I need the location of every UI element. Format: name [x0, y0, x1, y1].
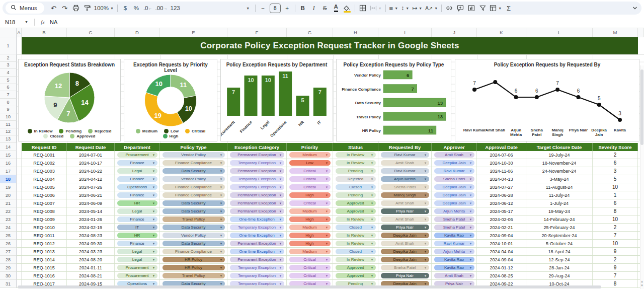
approver-dropdown[interactable]: Amit Shah▼ — [434, 152, 474, 158]
decrease-font-size-button[interactable]: − — [258, 3, 269, 14]
requested-by-dropdown[interactable]: Priya Nair▼ — [381, 273, 429, 278]
status-dropdown[interactable]: In Review▼ — [336, 233, 376, 238]
table-header-cell[interactable]: Approver — [432, 143, 477, 151]
department-dropdown[interactable]: HR▼ — [117, 233, 157, 238]
exception-category-dropdown[interactable]: Temporary Exception▼ — [230, 184, 284, 190]
row-header[interactable]: 23 — [0, 215, 17, 224]
increase-decimal-button[interactable]: .00→ — [153, 3, 169, 14]
policy-type-dropdown[interactable]: Finance Compliance▼ — [163, 192, 225, 198]
scrollbar-arrows[interactable]: ▲▼ — [640, 280, 643, 287]
policy-type-dropdown[interactable]: Travel Policy▼ — [163, 216, 225, 222]
approver-dropdown[interactable]: Kavita Rao▼ — [434, 257, 474, 262]
department-dropdown[interactable]: Legal▼ — [117, 257, 157, 262]
department-dropdown[interactable]: Finance▼ — [117, 176, 157, 182]
approver-dropdown[interactable]: Ravi Kumar▼ — [434, 241, 474, 246]
row-header[interactable]: 16 — [0, 159, 17, 167]
undo-button[interactable]: ↶ — [48, 3, 59, 14]
status-dropdown[interactable]: In Review▼ — [336, 257, 376, 262]
row-header[interactable]: 15 — [0, 151, 17, 159]
column-header[interactable]: J — [432, 28, 477, 37]
priority-dropdown[interactable]: Medium▼ — [289, 225, 331, 230]
priority-dropdown[interactable]: Critical▼ — [289, 257, 331, 262]
approver-dropdown[interactable]: Ravi Kumar▼ — [434, 168, 474, 174]
exception-category-dropdown[interactable]: Permanent Exception▼ — [230, 208, 284, 214]
column-header[interactable]: I — [378, 28, 432, 37]
approver-dropdown[interactable]: Sneha Patel▼ — [434, 176, 474, 182]
department-dropdown[interactable]: Finance▼ — [117, 192, 157, 198]
row-header[interactable]: 14 — [0, 143, 17, 151]
requested-by-dropdown[interactable]: Sneha Patel▼ — [381, 265, 429, 270]
paint-format-button[interactable] — [82, 3, 93, 14]
requested-by-dropdown[interactable]: Priya Nair▼ — [381, 208, 429, 214]
row-header[interactable]: 1 — [0, 37, 17, 54]
exception-category-dropdown[interactable]: One-time Exception▼ — [230, 249, 284, 254]
column-header[interactable]: F — [227, 28, 287, 37]
status-dropdown[interactable]: Approved▼ — [336, 208, 376, 214]
exception-category-dropdown[interactable]: Permanent Exception▼ — [230, 200, 284, 206]
table-header-cell[interactable]: Requested By — [378, 143, 432, 151]
priority-level-chart[interactable]: Exception Requests by Priority Level1110… — [124, 59, 217, 141]
text-color-button[interactable]: A — [331, 3, 342, 14]
functions-button[interactable]: Σ — [503, 3, 514, 14]
policy-type-dropdown[interactable]: Data Security▼ — [163, 241, 225, 246]
table-header-cell[interactable]: Target Closure Date — [526, 143, 593, 151]
select-all-corner[interactable] — [0, 28, 17, 37]
text-wrap-button[interactable]: ↦▼ — [411, 3, 424, 14]
approver-dropdown[interactable]: Deepika Jain▼ — [434, 184, 474, 190]
vertical-scrollbar[interactable] — [640, 65, 644, 289]
format-currency-button[interactable]: $ — [120, 3, 131, 14]
table-header-cell[interactable]: Department — [115, 143, 160, 151]
exception-category-dropdown[interactable]: Permanent Exception▼ — [230, 241, 284, 246]
format-percent-button[interactable]: % — [131, 3, 142, 14]
department-dropdown[interactable]: Legal▼ — [117, 208, 157, 214]
priority-dropdown[interactable]: Low▼ — [289, 160, 331, 166]
redo-button[interactable]: ↷ — [59, 3, 70, 14]
exception-category-dropdown[interactable]: One-time Exception▼ — [230, 233, 284, 238]
column-header[interactable]: E — [160, 28, 227, 37]
row-header[interactable]: 11 — [0, 121, 17, 128]
exception-category-dropdown[interactable]: Permanent Exception▼ — [230, 192, 284, 198]
status-dropdown[interactable]: In Review▼ — [336, 152, 376, 158]
approver-dropdown[interactable]: Deepika Jain▼ — [434, 192, 474, 198]
table-views-button[interactable]: ▼ — [488, 3, 503, 14]
status-dropdown[interactable]: In Review▼ — [336, 241, 376, 246]
column-header[interactable]: D — [115, 28, 160, 37]
policy-type-dropdown[interactable]: Finance Compliance▼ — [163, 184, 225, 190]
approver-dropdown[interactable]: Arjun Mehta▼ — [434, 208, 474, 214]
requested-by-dropdown[interactable]: Manoj Singh▼ — [381, 192, 429, 198]
merge-cells-button[interactable]: ▼ — [368, 3, 383, 14]
department-chart[interactable]: Policy Exception Requests by Department7… — [220, 59, 333, 141]
requested-by-dropdown[interactable]: Deepika Jain▼ — [381, 249, 429, 254]
priority-dropdown[interactable]: High▼ — [289, 233, 331, 238]
requested-by-dropdown[interactable]: Deepika Jain▼ — [381, 233, 429, 238]
department-dropdown[interactable]: Legal▼ — [117, 249, 157, 254]
row-header[interactable]: 10 — [0, 113, 17, 121]
policy-type-dropdown[interactable]: Data Security▼ — [163, 168, 225, 174]
status-dropdown[interactable]: In Review▼ — [336, 160, 376, 166]
table-header-cell[interactable]: Policy Type — [160, 143, 227, 151]
row-header[interactable]: 6 — [0, 84, 17, 92]
row-header[interactable]: 18 — [0, 175, 17, 183]
requested-by-dropdown[interactable]: Ravi Kumar▼ — [381, 168, 429, 174]
priority-dropdown[interactable]: Medium▼ — [289, 249, 331, 254]
department-dropdown[interactable]: Finance▼ — [117, 160, 157, 166]
policy-type-dropdown[interactable]: Data Security▼ — [163, 225, 225, 230]
policy-type-dropdown[interactable]: HR Policy▼ — [163, 265, 225, 270]
exception-category-dropdown[interactable]: Permanent Exception▼ — [230, 257, 284, 262]
priority-dropdown[interactable]: High▼ — [289, 192, 331, 198]
requested-by-chart[interactable]: Policy Exception Requests by Requested B… — [455, 59, 639, 141]
exception-category-dropdown[interactable]: Temporary Exception▼ — [230, 176, 284, 182]
name-box[interactable]: N18 ▼ — [0, 19, 31, 25]
font-family-menu[interactable]: ▼ — [242, 3, 253, 14]
status-dropdown[interactable]: Approved▼ — [336, 273, 376, 278]
policy-type-dropdown[interactable]: Travel Policy▼ — [163, 273, 225, 278]
create-filter-button[interactable] — [477, 3, 488, 14]
department-dropdown[interactable]: Finance▼ — [117, 241, 157, 246]
table-header-cell[interactable]: Severity Score — [593, 143, 638, 151]
column-header[interactable]: G — [287, 28, 333, 37]
status-breakdown-chart[interactable]: Exception Request Status Breakdown814791… — [18, 59, 121, 141]
approver-dropdown[interactable]: Sneha Patel▼ — [434, 225, 474, 230]
exception-category-dropdown[interactable]: Temporary Exception▼ — [230, 273, 284, 278]
font-size-input[interactable]: 8 — [270, 4, 281, 13]
requested-by-dropdown[interactable]: Arjun Mehta▼ — [381, 176, 429, 182]
